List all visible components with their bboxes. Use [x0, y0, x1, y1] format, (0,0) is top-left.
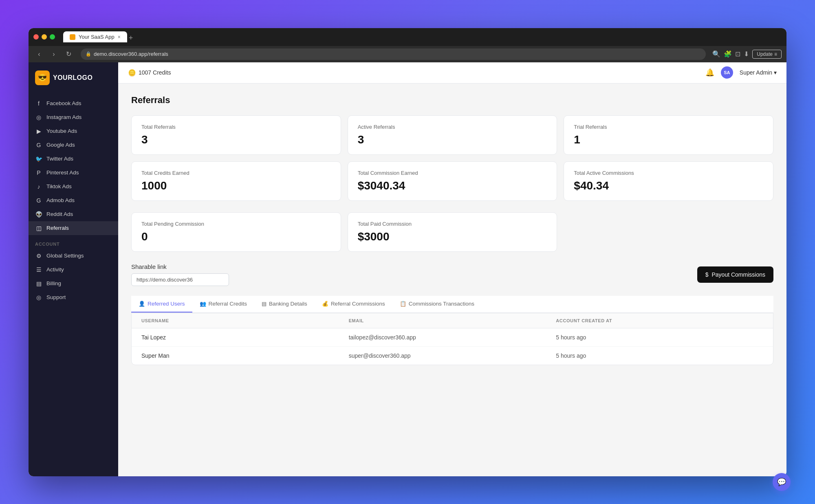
activity-icon: ☰ [35, 266, 42, 273]
close-window-button[interactable] [33, 34, 39, 40]
stat-card-trial-referrals: Trial Referrals 1 [564, 115, 773, 155]
transactions-icon: 📋 [400, 301, 406, 307]
col-created-at: ACCOUNT CREATED AT [556, 318, 763, 323]
sidebar-item-activity[interactable]: ☰ Activity [29, 263, 118, 277]
stat-value: 3 [141, 133, 331, 146]
browser-actions: 🔍 🧩 ⊡ ⬇ Update ≡ [712, 50, 782, 59]
users-icon: 👥 [200, 301, 206, 307]
sidebar-item-label: Referrals [46, 225, 69, 231]
account-section-label: ACCOUNT [29, 235, 118, 249]
stat-value: 0 [141, 230, 331, 243]
main-content: 🪙 1007 Credits 🔔 SA Super Admin ▾ Referr… [118, 62, 786, 476]
stat-value: 1000 [141, 179, 331, 192]
chat-bubble-button[interactable]: 💬 [773, 473, 791, 491]
sidebar-item-google-ads[interactable]: G Google Ads [29, 138, 118, 152]
tab-commissions-transactions[interactable]: 📋 Commissions Transactions [392, 296, 482, 313]
page-title: Referrals [131, 95, 773, 106]
sidebar-item-billing[interactable]: ▤ Billing [29, 277, 118, 291]
user-icon: 👤 [139, 301, 145, 307]
sidebar-item-referrals[interactable]: ◫ Referrals [29, 221, 118, 235]
table-section: USERNAME EMAIL ACCOUNT CREATED AT Tai Lo… [131, 313, 773, 365]
stat-value: $3000 [358, 230, 547, 243]
sidebar-item-admob-ads[interactable]: G Admob Ads [29, 194, 118, 207]
update-button[interactable]: Update ≡ [752, 50, 782, 59]
tab-referral-credits[interactable]: 👥 Referral Credits [192, 296, 255, 313]
stat-label: Total Pending Commission [141, 221, 331, 227]
search-icon[interactable]: 🔍 [712, 50, 720, 58]
support-icon: ◎ [35, 294, 42, 301]
new-tab-button[interactable]: + [129, 34, 133, 42]
sidebar-item-label: Youtube Ads [46, 128, 77, 134]
sidebar-item-facebook-ads[interactable]: f Facebook Ads [29, 97, 118, 110]
sharable-label: Sharable link [131, 263, 229, 270]
stat-label: Total Credits Earned [141, 170, 331, 176]
twitter-icon: 🐦 [35, 156, 42, 162]
chat-icon: 💬 [777, 478, 786, 486]
minimize-window-button[interactable] [42, 34, 47, 40]
browser-window: Your SaaS App × + ‹ › ↻ 🔒 demo.discover3… [29, 28, 786, 476]
banking-icon: ▤ [262, 301, 267, 307]
tab-label: Banking Details [269, 301, 307, 307]
sidebar-item-label: Reddit Ads [46, 211, 73, 217]
stat-value: 3 [358, 133, 547, 146]
cell-username: Super Man [141, 352, 349, 359]
youtube-icon: ▶ [35, 128, 42, 134]
tiktok-icon: ♪ [35, 183, 42, 190]
back-button[interactable]: ‹ [33, 48, 45, 60]
credits-text: 1007 Credits [139, 69, 171, 76]
tab-banking-details[interactable]: ▤ Banking Details [254, 296, 315, 313]
stat-label: Total Referrals [141, 124, 331, 130]
maximize-window-button[interactable] [50, 34, 55, 40]
stat-card-active-referrals: Active Referrals 3 [348, 115, 557, 155]
notification-bell-icon[interactable]: 🔔 [705, 68, 714, 77]
sidebar-item-support[interactable]: ◎ Support [29, 291, 118, 304]
tab-favicon [70, 34, 75, 40]
sidebar-item-global-settings[interactable]: ⚙ Global Settings [29, 249, 118, 263]
extensions-icon[interactable]: 🧩 [724, 50, 732, 58]
sidebar-item-label: Billing [46, 280, 61, 286]
split-view-icon[interactable]: ⊡ [735, 50, 740, 58]
sidebar-item-label: Twitter Ads [46, 156, 73, 162]
address-bar[interactable]: 🔒 demo.discover360.app/referrals [81, 48, 706, 60]
settings-icon: ⚙ [35, 253, 42, 259]
stat-label: Total Paid Commission [358, 221, 547, 227]
sidebar-item-pinterest-ads[interactable]: P Pinterest Ads [29, 166, 118, 180]
tab-label: Referral Credits [209, 301, 247, 307]
stat-label: Total Active Commissions [574, 170, 763, 176]
payout-commissions-button[interactable]: $ Payout Commissions [697, 266, 773, 283]
stat-card-total-commission-earned: Total Commission Earned $3040.34 [348, 161, 557, 201]
sidebar-item-youtube-ads[interactable]: ▶ Youtube Ads [29, 124, 118, 138]
refresh-button[interactable]: ↻ [63, 48, 74, 60]
sidebar-item-instagram-ads[interactable]: ◎ Instagram Ads [29, 110, 118, 124]
forward-button[interactable]: › [48, 48, 59, 60]
logo-text: YOURLOGO [53, 74, 93, 81]
sidebar: 😎 YOURLOGO f Facebook Ads ◎ Instagram Ad… [29, 62, 118, 476]
sidebar-item-label: Tiktok Ads [46, 183, 72, 189]
user-menu[interactable]: Super Admin ▾ [740, 69, 777, 76]
sharable-link-area: Sharable link [131, 263, 229, 286]
active-tab[interactable]: Your SaaS App × [63, 31, 127, 42]
download-icon[interactable]: ⬇ [744, 50, 749, 58]
tab-close-button[interactable]: × [118, 34, 121, 40]
sidebar-item-label: Instagram Ads [46, 114, 82, 120]
sidebar-item-reddit-ads[interactable]: 👽 Reddit Ads [29, 207, 118, 221]
tab-referred-users[interactable]: 👤 Referred Users [131, 296, 192, 313]
stat-card-total-pending-commission: Total Pending Commission 0 [131, 212, 341, 252]
referrals-icon: ◫ [35, 225, 42, 231]
sidebar-item-tiktok-ads[interactable]: ♪ Tiktok Ads [29, 180, 118, 194]
sidebar-item-label: Global Settings [46, 253, 84, 259]
tab-referral-commissions[interactable]: 💰 Referral Commissions [315, 296, 392, 313]
dollar-icon: $ [705, 271, 709, 278]
sidebar-item-twitter-ads[interactable]: 🐦 Twitter Ads [29, 152, 118, 166]
pinterest-icon: P [35, 169, 42, 176]
stat-value: 1 [574, 133, 763, 146]
sharable-link-input[interactable] [131, 273, 229, 286]
stat-card-total-credits-earned: Total Credits Earned 1000 [131, 161, 341, 201]
billing-icon: ▤ [35, 280, 42, 287]
sidebar-item-label: Pinterest Ads [46, 169, 79, 176]
stat-card-total-paid-commission: Total Paid Commission $3000 [348, 212, 557, 252]
lock-icon: 🔒 [86, 51, 91, 57]
instagram-icon: ◎ [35, 114, 42, 121]
topbar-right: 🔔 SA Super Admin ▾ [705, 66, 777, 79]
app-layout: 😎 YOURLOGO f Facebook Ads ◎ Instagram Ad… [29, 62, 786, 476]
